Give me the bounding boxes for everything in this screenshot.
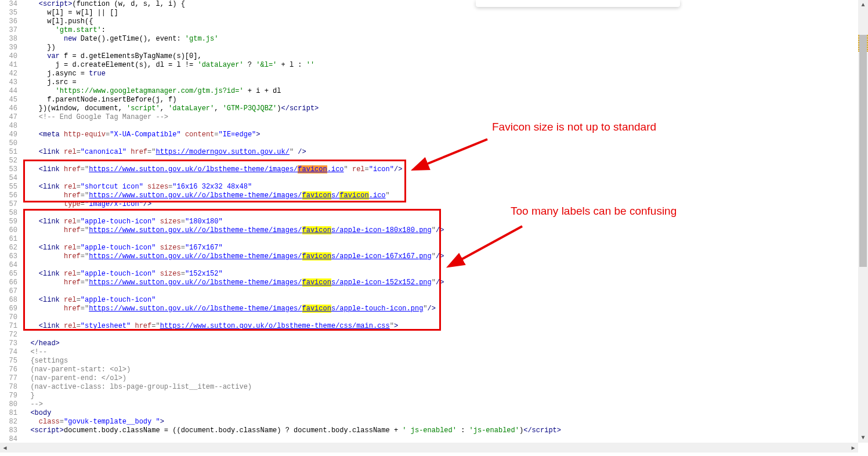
scroll-thumb[interactable]	[859, 35, 867, 267]
code-line[interactable]: <link rel="apple-touch-icon" sizes="152x…	[22, 270, 868, 278]
code-line[interactable]: new Date().getTime(), event: 'gtm.js'	[22, 35, 868, 44]
line-number: 61	[0, 235, 17, 244]
code-line[interactable]: <meta http-equiv="X-UA-Compatible" conte…	[22, 131, 868, 139]
line-number: 45	[0, 96, 17, 104]
code-line[interactable]: <link rel="apple-touch-icon" sizes="180x…	[22, 218, 868, 226]
line-number: 54	[0, 174, 17, 183]
line-number: 82	[0, 418, 17, 426]
code-line[interactable]: href="https://www.sutton.gov.uk//o/lbsth…	[22, 278, 868, 287]
annotation-text-1: Favicon size is not up to standard	[492, 121, 656, 133]
code-line[interactable]: w[l] = w[l] || []	[22, 9, 868, 17]
code-line[interactable]: <script>(function (w, d, s, l, i) {	[22, 0, 868, 9]
code-line[interactable]	[22, 235, 868, 244]
code-line[interactable]: w[l].push({	[22, 17, 868, 26]
vertical-scrollbar[interactable]: ▲ ▼	[858, 0, 868, 443]
line-number: 37	[0, 26, 17, 35]
code-line[interactable]: (nav-active-class: lbs-page-group-list__…	[22, 383, 868, 392]
code-line[interactable]: <!--	[22, 348, 868, 357]
line-number: 41	[0, 61, 17, 70]
line-number: 44	[0, 87, 17, 96]
line-number: 36	[0, 17, 17, 26]
code-line[interactable]: <!-- End Google Tag Manager -->	[22, 113, 868, 122]
code-line[interactable]	[22, 331, 868, 339]
code-editor[interactable]: 3435363738394041424344454647484950515253…	[0, 0, 868, 442]
line-number: 78	[0, 383, 17, 392]
code-line[interactable]: href="https://www.sutton.gov.uk//o/lbsth…	[22, 191, 868, 200]
code-line[interactable]	[22, 139, 868, 148]
code-line[interactable]: href="https://www.sutton.gov.uk//o/lbsth…	[22, 252, 868, 261]
code-line[interactable]: }	[22, 392, 868, 400]
code-line[interactable]: var f = d.getElementsByTagName(s)[0],	[22, 52, 868, 61]
code-line[interactable]: type="image/x-icon"/>	[22, 200, 868, 209]
horizontal-scrollbar[interactable]: ◀ ▶	[0, 443, 858, 453]
line-number: 72	[0, 331, 17, 339]
code-line[interactable]: f.parentNode.insertBefore(j, f)	[22, 96, 868, 104]
line-number: 59	[0, 218, 17, 226]
line-number: 81	[0, 409, 17, 418]
code-line[interactable]	[22, 287, 868, 296]
line-number: 64	[0, 261, 17, 270]
line-number: 49	[0, 131, 17, 139]
line-number: 60	[0, 226, 17, 235]
code-line[interactable]: -->	[22, 400, 868, 409]
line-number: 77	[0, 374, 17, 383]
code-line[interactable]: })	[22, 44, 868, 52]
scroll-right-icon[interactable]: ▶	[848, 443, 858, 453]
code-line[interactable]: 'https://www.googletagmanager.com/gtm.js…	[22, 87, 868, 96]
line-number: 79	[0, 392, 17, 400]
code-line[interactable]: (nav-parent-start: <ol>)	[22, 365, 868, 374]
line-number-gutter: 3435363738394041424344454647484950515253…	[0, 0, 22, 442]
code-line[interactable]: <link rel="apple-touch-icon"	[22, 296, 868, 305]
code-line[interactable]: j = d.createElement(s), dl = l != 'dataL…	[22, 61, 868, 70]
line-number: 51	[0, 148, 17, 157]
line-number: 52	[0, 157, 17, 165]
code-line[interactable]	[22, 157, 868, 165]
code-line[interactable]	[22, 174, 868, 183]
code-line[interactable]: <link rel="canonical" href="https://mode…	[22, 148, 868, 157]
line-number: 58	[0, 209, 17, 218]
line-number: 75	[0, 357, 17, 365]
line-number: 69	[0, 305, 17, 313]
line-number: 55	[0, 183, 17, 191]
line-number: 35	[0, 9, 17, 17]
code-line[interactable]: (nav-parent-end: </ol>)	[22, 374, 868, 383]
code-line[interactable]: class="govuk-template__body ">	[22, 418, 868, 426]
code-line[interactable]	[22, 122, 868, 131]
code-line[interactable]: href="https://www.sutton.gov.uk//o/lbsth…	[22, 305, 868, 313]
line-number: 65	[0, 270, 17, 278]
line-number: 38	[0, 35, 17, 44]
code-line[interactable]: <link rel="apple-touch-icon" sizes="167x…	[22, 244, 868, 252]
code-line[interactable]: <body	[22, 409, 868, 418]
code-line[interactable]: <link href="https://www.sutton.gov.uk/o/…	[22, 165, 868, 174]
code-line[interactable]: <link rel="stylesheet" href="https://www…	[22, 322, 868, 331]
code-line[interactable]: j.async = true	[22, 70, 868, 78]
line-number: 76	[0, 365, 17, 374]
code-line[interactable]	[22, 261, 868, 270]
code-line[interactable]: <script>document.body.className = ((docu…	[22, 426, 868, 435]
line-number: 43	[0, 78, 17, 87]
line-number: 57	[0, 200, 17, 209]
code-line[interactable]: <link rel="shortcut icon" sizes="16x16 3…	[22, 183, 868, 191]
code-line[interactable]	[22, 313, 868, 322]
line-number: 73	[0, 339, 17, 348]
scroll-up-icon[interactable]: ▲	[858, 0, 868, 10]
scroll-left-icon[interactable]: ◀	[0, 443, 10, 453]
code-line[interactable]: {settings	[22, 357, 868, 365]
code-line[interactable]: href="https://www.sutton.gov.uk//o/lbsth…	[22, 226, 868, 235]
line-number: 56	[0, 191, 17, 200]
code-line[interactable]: j.src =	[22, 78, 868, 87]
line-number: 42	[0, 70, 17, 78]
code-line[interactable]: </head>	[22, 339, 868, 348]
code-content[interactable]: <script>(function (w, d, s, l, i) { w[l]…	[22, 0, 868, 442]
line-number: 70	[0, 313, 17, 322]
line-number: 62	[0, 244, 17, 252]
line-number: 47	[0, 113, 17, 122]
code-line[interactable]	[22, 209, 868, 218]
code-line[interactable]: 'gtm.start':	[22, 26, 868, 35]
code-line[interactable]: })(window, document, 'script', 'dataLaye…	[22, 104, 868, 113]
line-number: 74	[0, 348, 17, 357]
line-number: 68	[0, 296, 17, 305]
scroll-down-icon[interactable]: ▼	[858, 433, 868, 443]
line-number: 34	[0, 0, 17, 9]
line-number: 80	[0, 400, 17, 409]
